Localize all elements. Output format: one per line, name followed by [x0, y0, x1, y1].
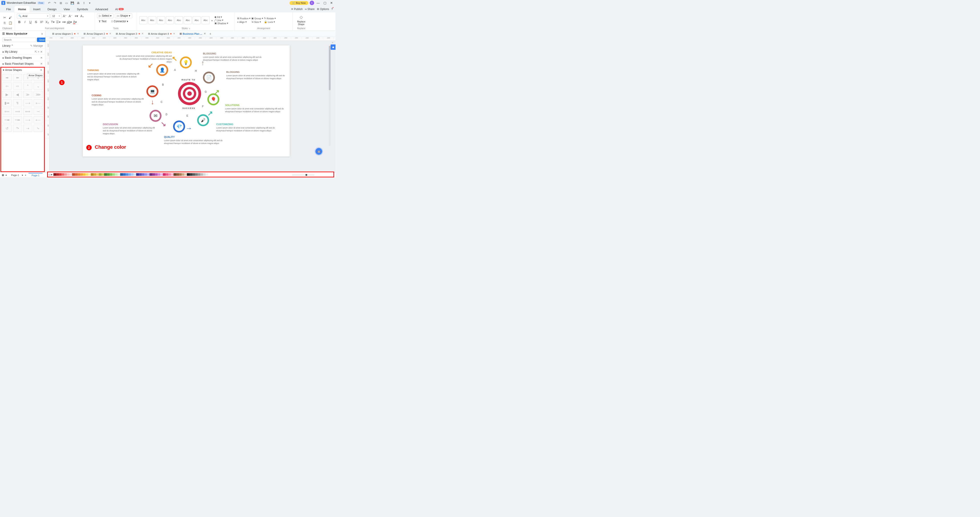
diagram-node[interactable]: 💻: [146, 86, 158, 97]
qat-more-icon[interactable]: ▾: [87, 1, 92, 5]
color-swatch[interactable]: [61, 173, 64, 176]
color-swatch[interactable]: [168, 173, 171, 176]
color-swatch[interactable]: [142, 173, 144, 176]
align-button[interactable]: ≡ Align ▾: [237, 21, 250, 23]
arrow-shape-16[interactable]: ⟸: [2, 108, 11, 115]
arrow-shape-0[interactable]: ➡: [2, 74, 11, 81]
arrow-shape-9[interactable]: ◀: [13, 91, 22, 98]
style-preset-4[interactable]: Abc: [175, 16, 183, 24]
diagram-block[interactable]: QUALITYLorem ipsum dolor sit amet erat c…: [164, 135, 226, 145]
lib-close-icon[interactable]: ✕: [40, 50, 43, 53]
subscript-icon[interactable]: X₂: [45, 19, 49, 24]
font-color-icon[interactable]: A▾: [73, 19, 78, 24]
color-swatch[interactable]: [179, 173, 181, 176]
fill-button[interactable]: ◆ Fill ▾: [215, 16, 228, 19]
doc-tab-4[interactable]: ▦ Business Plan ...✕: [177, 31, 208, 36]
text-tool[interactable]: 𝐓 Text: [97, 19, 108, 24]
diagram-block[interactable]: BLOGGINGLorem ipsum dolor sit amet erat …: [226, 70, 288, 80]
next-page-icon[interactable]: ▸: [22, 174, 23, 176]
color-swatch[interactable]: [102, 173, 104, 176]
publish-button[interactable]: ✈ Publish: [291, 8, 302, 11]
copy-icon[interactable]: ⎘: [2, 21, 7, 25]
style-preset-2[interactable]: Abc: [157, 16, 165, 24]
color-swatch[interactable]: [128, 173, 131, 176]
color-swatch[interactable]: [160, 173, 163, 176]
italic-icon[interactable]: I: [22, 19, 27, 24]
chat-fab-icon[interactable]: 🤖: [315, 148, 322, 155]
undo-icon[interactable]: ↶: [47, 1, 52, 5]
prev-page-icon[interactable]: ◂: [5, 174, 7, 176]
diagram-block[interactable]: CODINGLorem ipsum dolor sit amet erat co…: [92, 94, 145, 106]
arrow-shape-6[interactable]: ⌃: [23, 82, 32, 90]
numbering-icon[interactable]: ≡▾: [61, 19, 66, 24]
diagram-node[interactable]: 💎: [173, 121, 185, 132]
basic-close-icon[interactable]: ✕: [40, 56, 43, 59]
color-swatch[interactable]: [134, 173, 136, 176]
add-tab-button[interactable]: +: [208, 32, 213, 36]
style-preset-6[interactable]: Abc: [192, 16, 200, 24]
color-swatch[interactable]: [78, 173, 80, 176]
color-swatch[interactable]: [53, 173, 56, 176]
diagram-block[interactable]: DISCUSSIONLorem ipsum dolor sit amet era…: [103, 123, 156, 135]
connector-tool[interactable]: ⎍ Connector ▾: [110, 19, 130, 24]
color-swatch[interactable]: [110, 173, 112, 176]
doc-tab-2[interactable]: ▦ Arrow Diagram 3✕: [113, 31, 146, 36]
menu-advanced[interactable]: Advanced: [92, 6, 112, 12]
color-swatch[interactable]: [203, 173, 205, 176]
arrow-shape-5[interactable]: ⇨: [13, 82, 22, 90]
diagram-block[interactable]: SOLUTIONSLorem ipsum dolor sit amet erat…: [225, 103, 288, 113]
color-swatch[interactable]: [147, 173, 150, 176]
color-swatch[interactable]: [187, 173, 189, 176]
save-icon[interactable]: 💾: [70, 1, 75, 5]
diagram-node[interactable]: 💡: [180, 57, 192, 68]
arrow-shape-11[interactable]: ⋙: [33, 91, 43, 98]
color-swatch[interactable]: [83, 173, 86, 176]
arrow-shape-20[interactable]: ┅➡: [2, 116, 11, 124]
search-input[interactable]: [2, 38, 36, 42]
print-icon[interactable]: 🖶: [76, 1, 81, 5]
zoom-slider[interactable]: [292, 175, 314, 175]
text-case-icon[interactable]: T▾: [50, 19, 55, 24]
color-swatch[interactable]: [112, 173, 115, 176]
line-spacing-icon[interactable]: ≡▾: [74, 14, 79, 19]
decrease-font-icon[interactable]: A⁻: [68, 14, 73, 19]
arrow-shape-8[interactable]: ▶: [2, 91, 11, 98]
color-swatch[interactable]: [158, 173, 160, 176]
rotate-button[interactable]: ↻ Rotate ▾: [264, 17, 276, 20]
diagram-block[interactable]: CUSTOMIZINGLorem ipsum dolor sit amet er…: [216, 123, 278, 132]
canvas-expand-icon[interactable]: »: [332, 41, 333, 44]
page-list-icon[interactable]: ▦: [2, 174, 4, 176]
color-swatch[interactable]: [200, 173, 203, 176]
arrow-shape-3[interactable]: ⇩Arrow Shapes: [33, 74, 43, 81]
color-swatch[interactable]: [72, 173, 75, 176]
color-swatch[interactable]: [192, 173, 195, 176]
help-icon[interactable]: ?: [331, 8, 333, 11]
arrow-shape-15[interactable]: ⟵: [33, 99, 43, 106]
color-swatch[interactable]: [152, 173, 155, 176]
color-swatch[interactable]: [59, 173, 61, 176]
add-page-icon[interactable]: +: [25, 174, 26, 176]
more-symbols-button[interactable]: More Symbols: [6, 32, 26, 35]
page-tab-active[interactable]: Page-1: [29, 173, 43, 178]
color-swatch[interactable]: [107, 173, 110, 176]
bold-icon[interactable]: B: [17, 19, 22, 24]
group-button[interactable]: ▣ Group ▾: [251, 17, 263, 20]
style-scroll-up[interactable]: ▴: [210, 19, 213, 22]
doc-tab-3[interactable]: ▦ Arrow diagram 4✕: [146, 31, 178, 36]
new-icon[interactable]: ⊞: [58, 1, 63, 5]
underline-icon[interactable]: U: [28, 19, 33, 24]
color-swatch[interactable]: [88, 173, 91, 176]
color-swatch[interactable]: [131, 173, 134, 176]
color-swatch[interactable]: [150, 173, 152, 176]
arrow-shape-25[interactable]: ↷: [13, 125, 22, 132]
arrow-shape-17[interactable]: ⟹: [13, 108, 22, 115]
color-swatch[interactable]: [126, 173, 128, 176]
increase-font-icon[interactable]: A⁺: [62, 14, 67, 19]
arrow-shape-4[interactable]: ⇦: [2, 82, 11, 90]
doc-tab-0[interactable]: ▦ arrow diagram 1✕: [50, 31, 81, 36]
color-swatch[interactable]: [155, 173, 158, 176]
color-swatch[interactable]: [173, 173, 176, 176]
arrow-shape-21[interactable]: ┅⬅: [13, 116, 22, 124]
color-swatch[interactable]: [94, 173, 96, 176]
color-swatch[interactable]: [123, 173, 126, 176]
